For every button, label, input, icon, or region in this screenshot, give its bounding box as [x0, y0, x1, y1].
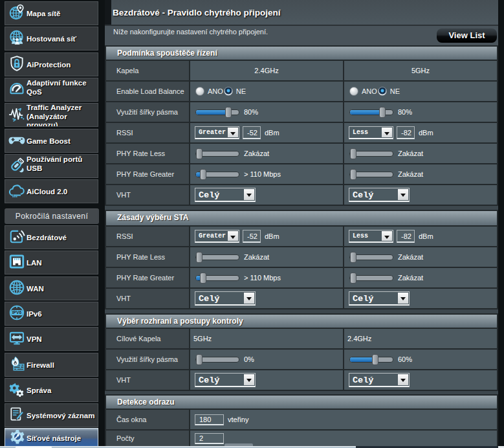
svg-text:●●●: ●●●: [12, 195, 17, 198]
svg-text:IPV6: IPV6: [12, 310, 22, 315]
